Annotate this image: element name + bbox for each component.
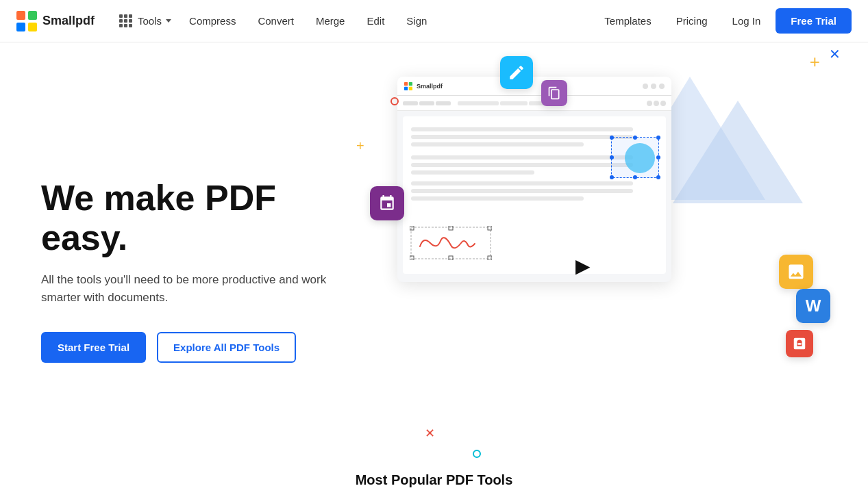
- logo-link[interactable]: Smallpdf: [16, 11, 95, 31]
- tools-menu-button[interactable]: Tools: [111, 10, 179, 31]
- deco-circle1: [390, 97, 399, 105]
- selection-handle: [656, 136, 660, 140]
- word-tool-icon: W: [796, 289, 830, 323]
- copy-tool-icon: [541, 80, 567, 106]
- deco-x1: ✕: [829, 46, 841, 62]
- chevron-down-icon: [166, 19, 171, 23]
- nav-pricing[interactable]: Pricing: [667, 11, 717, 31]
- selection-handle: [610, 175, 614, 179]
- nav-convert[interactable]: Convert: [248, 11, 303, 31]
- selection-handle: [633, 136, 637, 140]
- svg-rect-15: [449, 256, 453, 260]
- image-tool-icon: [779, 255, 813, 289]
- grid-icon: [119, 14, 132, 27]
- svg-marker-5: [673, 101, 803, 203]
- svg-rect-6: [404, 82, 408, 86]
- selection-handle: [633, 175, 637, 179]
- explore-tools-button[interactable]: Explore All PDF Tools: [157, 332, 296, 363]
- editor-mockup: Smallpdf: [397, 77, 671, 282]
- edit-tool-icon: [500, 56, 533, 89]
- selection-circle: [625, 143, 655, 173]
- svg-rect-14: [410, 256, 414, 260]
- signature-svg: [410, 226, 492, 260]
- form-icon: [378, 194, 396, 212]
- svg-rect-2: [16, 23, 25, 31]
- hero-illustration: Smallpdf: [370, 42, 827, 499]
- hero-subtext: All the tools you'll need to be more pro…: [41, 271, 329, 307]
- hero-buttons: Start Free Trial Explore All PDF Tools: [41, 332, 370, 363]
- start-free-trial-button[interactable]: Start Free Trial: [41, 332, 146, 363]
- login-link[interactable]: Log In: [723, 11, 771, 31]
- svg-rect-12: [449, 226, 453, 230]
- hero-section: We make PDF easy. All the tools you'll n…: [0, 42, 868, 499]
- navbar: Smallpdf Tools Compress Convert Merge Ed…: [0, 0, 868, 42]
- photo-icon: [786, 262, 806, 281]
- svg-rect-11: [410, 226, 414, 230]
- signature-area: [410, 226, 659, 260]
- hero-left: We make PDF easy. All the tools you'll n…: [41, 179, 370, 362]
- duplicate-icon: [547, 86, 561, 100]
- selection-handle: [656, 155, 660, 159]
- tools-label: Tools: [138, 15, 162, 27]
- svg-rect-16: [488, 256, 492, 260]
- nav-compress[interactable]: Compress: [179, 11, 245, 31]
- presentation-icon: [792, 336, 807, 351]
- nav-edit[interactable]: Edit: [357, 11, 394, 31]
- ppt-tool-icon: [786, 330, 813, 357]
- deco-x2: ✕: [425, 426, 435, 441]
- editor-topbar: Smallpdf: [397, 77, 671, 96]
- selection-box: [611, 137, 659, 178]
- editor-brand-label: Smallpdf: [417, 83, 443, 90]
- svg-rect-13: [488, 226, 492, 230]
- deco-plus1: +: [810, 53, 820, 71]
- logo-icon: [16, 11, 37, 31]
- nav-templates[interactable]: Templates: [595, 11, 660, 31]
- deco-circle2: [473, 450, 481, 458]
- selection-handle: [610, 155, 614, 159]
- svg-rect-1: [28, 11, 37, 20]
- editor-toolbar: [397, 96, 671, 111]
- brand-name: Smallpdf: [42, 14, 95, 28]
- deco-plus2: +: [356, 138, 364, 154]
- free-trial-button[interactable]: Free Trial: [776, 8, 852, 34]
- svg-rect-8: [404, 86, 408, 90]
- selection-handle: [656, 175, 660, 179]
- editor-logo-icon: [404, 82, 412, 90]
- pen-icon: [508, 64, 525, 81]
- stamp-tool-icon: [370, 186, 404, 220]
- hero-headline: We make PDF easy.: [41, 179, 370, 257]
- nav-right: Templates Pricing Log In Free Trial: [595, 8, 852, 34]
- svg-rect-9: [409, 86, 412, 90]
- editor-document-body: [403, 116, 666, 274]
- svg-rect-10: [411, 227, 491, 259]
- nav-links: Compress Convert Merge Edit Sign: [179, 11, 436, 31]
- selection-handle: [610, 136, 614, 140]
- svg-rect-3: [28, 23, 37, 31]
- svg-rect-0: [16, 11, 25, 20]
- nav-merge[interactable]: Merge: [306, 11, 355, 31]
- cursor-icon: ▶: [575, 255, 591, 277]
- nav-sign[interactable]: Sign: [397, 11, 436, 31]
- bg-triangle2: [669, 97, 806, 207]
- svg-rect-7: [409, 82, 412, 86]
